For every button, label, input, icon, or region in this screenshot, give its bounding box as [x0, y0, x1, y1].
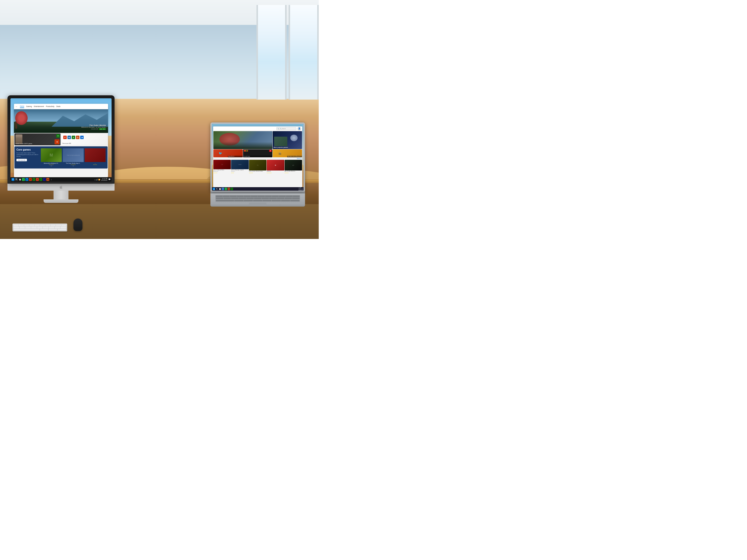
- laptop-hero-row: Most popular games: [213, 131, 302, 149]
- hero-tree-element: [15, 111, 17, 129]
- roblox-cover: R: [267, 160, 284, 170]
- powerpoint-icon: P: [63, 136, 67, 139]
- search-bar-laptop[interactable]: 🔍 🔍 Search: [276, 127, 296, 130]
- imac-keyboard[interactable]: [12, 223, 67, 232]
- taskbar-excel[interactable]: X: [32, 178, 35, 181]
- tab-home[interactable]: Home: [20, 105, 24, 108]
- tab-productivity[interactable]: Productivity: [46, 105, 54, 108]
- game-card-outerworlds[interactable]: THE OUTER WORLDS The Outer Worlds Age of…: [63, 148, 84, 166]
- hero-badge-label: Included with: [91, 128, 98, 130]
- lkey-3-2: [234, 200, 243, 202]
- tile-essential[interactable]: N Essential apps: [243, 149, 273, 157]
- essential-label: Essential apps: [243, 155, 273, 157]
- laptop-games-row: G5 Gears 5 Ultimate Edition Windows 10 ★…: [213, 160, 302, 174]
- promo-card-office[interactable]: P W X O ☁ This is your 365: [61, 133, 108, 145]
- imac-screen-outer: ← Home Gaming Entertainment Productivity…: [7, 95, 114, 184]
- laptop-edge[interactable]: e: [222, 188, 224, 190]
- imac-stand-base: [44, 199, 78, 203]
- laptop-search[interactable]: 🔍: [216, 188, 218, 190]
- laptop-game-metro[interactable]: ME Metro Exodus Windows ... ★★★★: [285, 160, 302, 174]
- extra-game-rating: ★★★★: [85, 164, 106, 165]
- laptop-game-wow[interactable]: WoW World of Warships: Legends Windows .…: [231, 160, 249, 174]
- taskbar-info[interactable]: ℹ: [50, 178, 53, 181]
- store-window-laptop[interactable]: 🔍 🔍 Search 👤: [213, 127, 302, 187]
- imac-stand-neck: [54, 191, 69, 199]
- lkey-2-5: [247, 197, 254, 199]
- extra-game-cover: ...: [85, 148, 106, 162]
- laptop-hero-main[interactable]: [213, 131, 273, 149]
- fallout-rating: ★★★★: [249, 172, 266, 174]
- hero-badge-gamepass[interactable]: GAME PASS: [99, 128, 106, 130]
- lkey-space: [216, 200, 234, 202]
- taskbar-powerpoint2[interactable]: P: [36, 178, 39, 181]
- key-1-2: [19, 224, 24, 226]
- laptop-spotify[interactable]: ♪: [225, 188, 227, 190]
- store-nav-tabs: Home Gaming Entertainment Productivity D…: [20, 105, 60, 108]
- taskbar-outlook[interactable]: O: [43, 178, 46, 181]
- show-all-link[interactable]: Show all: [297, 158, 302, 159]
- angry-birds-art: 🐦: [213, 149, 228, 157]
- core-games-button[interactable]: Get more info: [17, 159, 27, 161]
- key-3-3: [49, 229, 57, 231]
- lkey-2-1: [216, 197, 223, 199]
- key-2-2: [20, 226, 25, 228]
- tab-entertainment[interactable]: Entertainment: [34, 105, 44, 108]
- key-1-5: [34, 224, 40, 226]
- key-space: [14, 229, 40, 231]
- laptop-keyboard[interactable]: [215, 195, 300, 202]
- laptop-game-gears5[interactable]: G5 Gears 5 Ultimate Edition Windows 10 ★…: [213, 160, 231, 174]
- wow-cover: WoW: [231, 160, 249, 169]
- account-icon-laptop[interactable]: 👤: [297, 127, 301, 131]
- imac-mouse[interactable]: [74, 218, 82, 231]
- laptop-hero-side[interactable]: Most popular games: [273, 131, 302, 149]
- taskview-icon[interactable]: ⬜: [19, 178, 21, 181]
- wow-platform: Windows ...: [231, 171, 249, 172]
- lkey-7: [258, 196, 264, 197]
- laptop-trackpad[interactable]: [249, 203, 266, 206]
- promo-row-imac: X ⚙ Access to over 100 PC games P W: [14, 133, 108, 146]
- dora-art: 🎬: [273, 149, 287, 157]
- taskbar-edge[interactable]: e: [25, 178, 28, 181]
- key-1-4: [29, 224, 34, 226]
- laptop-store-icon[interactable]: 🛍: [228, 188, 230, 190]
- taskbar-powerpoint[interactable]: P: [29, 178, 32, 181]
- tab-gaming[interactable]: Gaming: [26, 105, 32, 108]
- taskbar-store[interactable]: 🛍: [46, 178, 49, 181]
- game-card-extra[interactable]: ... ... ★★★★: [85, 148, 106, 166]
- game-card-minecraft[interactable]: M Minecraft for Windows 10... ★★★★★ 500: [41, 148, 62, 166]
- start-icon[interactable]: ⊞: [11, 178, 15, 181]
- laptop-game-fallout[interactable]: FS Fallout Shelter Windows Edition ★★★★: [249, 160, 266, 174]
- laptop-start[interactable]: ⊞: [213, 188, 215, 190]
- key-2-7: [49, 226, 54, 228]
- lkey-2-2: [224, 197, 231, 199]
- lkey-2-4: [239, 197, 246, 199]
- key-2-5: [37, 226, 43, 228]
- minecraft-cover: M: [41, 148, 62, 162]
- taskbar-xbox[interactable]: X: [39, 178, 42, 181]
- taskbar-icons-group: ⊞ 🔍 ⬜ ♪ e P X P X O 🛍 ℹ: [11, 178, 94, 181]
- imac-device: ← Home Gaming Entertainment Productivity…: [7, 95, 114, 203]
- laptop-hero-text: Most popular games: [274, 146, 301, 148]
- promo-card-games[interactable]: X ⚙ Access to over 100 PC games: [15, 133, 60, 145]
- hero-title-imac: The Outer Worlds: [81, 124, 106, 127]
- wow-rating: ★★★: [231, 172, 249, 174]
- taskbar-notif[interactable]: 💬: [108, 179, 110, 181]
- core-games-list: M Minecraft for Windows 10... ★★★★★ 500: [41, 148, 106, 166]
- laptop-store-content: Most popular games 🐦 Angry Birds 2: [213, 131, 302, 174]
- store-content-imac: The Outer Worlds Welcome to the future -…: [14, 109, 108, 177]
- tile-movies[interactable]: 🎬 See what's new in Movies & TV: [273, 149, 302, 157]
- laptop-clock: 12:41 PM 10/4/2019: [298, 188, 303, 191]
- laptop-xbox-icon[interactable]: X: [231, 188, 233, 190]
- taskbar-spotify[interactable]: ♪: [22, 178, 25, 181]
- store-ui-imac: ← Home Gaming Entertainment Productivity…: [14, 104, 108, 177]
- nav-back-button[interactable]: ←: [16, 105, 18, 108]
- laptop-taskview[interactable]: ⬜: [218, 188, 221, 190]
- lkey-11: [286, 196, 292, 197]
- tile-angry-birds[interactable]: 🐦 Angry Birds 2: [213, 149, 243, 157]
- core-games-desc: Do you have what it takes? These exhilar…: [17, 152, 39, 157]
- imac-screen-inner: ← Home Gaming Entertainment Productivity…: [10, 98, 111, 182]
- laptop-game-roblox[interactable]: R ROBLOX ★★★★★: [267, 160, 284, 174]
- store-window-imac[interactable]: ← Home Gaming Entertainment Productivity…: [14, 104, 108, 177]
- tab-deals[interactable]: Deals: [56, 105, 60, 108]
- search-taskbar-icon[interactable]: 🔍: [15, 178, 18, 181]
